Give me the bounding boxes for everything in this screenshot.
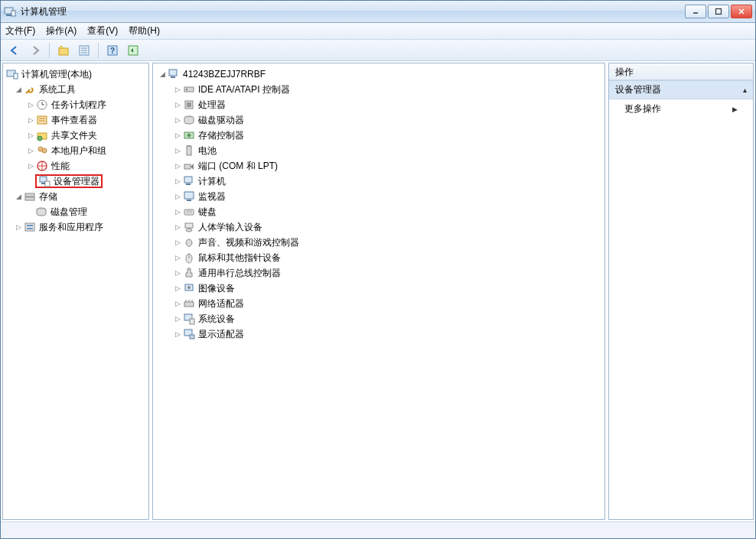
- disk-icon: [35, 206, 47, 218]
- services-icon: [24, 221, 36, 233]
- tree-services-apps[interactable]: ▷ 服务和应用程序: [5, 219, 147, 235]
- device-category[interactable]: ▷系统设备: [155, 311, 603, 326]
- expand-icon[interactable]: ▷: [173, 299, 182, 308]
- tree-root[interactable]: 计算机管理(本地): [5, 67, 147, 82]
- expand-icon[interactable]: ▷: [173, 161, 182, 170]
- svg-rect-66: [184, 302, 194, 307]
- actions-more[interactable]: 更多操作 ▶: [609, 99, 753, 119]
- expand-icon[interactable]: ▷: [173, 314, 182, 323]
- svg-rect-32: [45, 181, 50, 187]
- expand-icon[interactable]: ▷: [173, 177, 182, 186]
- menu-help[interactable]: 帮助(H): [129, 24, 160, 37]
- help-button[interactable]: ?: [103, 42, 122, 59]
- device-category[interactable]: ▷键盘: [155, 204, 603, 219]
- device-category-label: 显示适配器: [198, 328, 244, 341]
- device-category[interactable]: ▷人体学输入设备: [155, 219, 603, 235]
- close-button[interactable]: [731, 5, 752, 18]
- expand-icon[interactable]: ▷: [26, 161, 35, 170]
- tree-local-users[interactable]: ▷ 本地用户和组: [5, 143, 147, 158]
- actions-selected[interactable]: 设备管理器 ▴: [609, 80, 753, 99]
- tree-label: 共享文件夹: [51, 129, 97, 142]
- app-icon: [4, 5, 16, 18]
- svg-rect-38: [27, 228, 33, 229]
- processor-icon: [183, 99, 195, 111]
- window-buttons: [685, 5, 752, 18]
- tree-disk-mgmt[interactable]: 磁盘管理: [5, 204, 147, 219]
- tree-performance[interactable]: ▷ 性能: [5, 158, 147, 174]
- menu-action[interactable]: 操作(A): [46, 24, 77, 37]
- device-category[interactable]: ▷存储控制器: [155, 128, 603, 143]
- device-category[interactable]: ▷处理器: [155, 97, 603, 112]
- expand-icon[interactable]: ▷: [173, 284, 182, 293]
- tree-storage[interactable]: ◢ 存储: [5, 189, 147, 204]
- device-category-label: 通用串行总线控制器: [198, 267, 281, 280]
- expand-icon[interactable]: ▷: [26, 100, 35, 109]
- device-category[interactable]: ▷IDE ATA/ATAPI 控制器: [155, 82, 603, 97]
- device-category[interactable]: ▷声音、视频和游戏控制器: [155, 235, 603, 250]
- storage-icon: [24, 190, 36, 203]
- refresh-button[interactable]: [124, 42, 142, 59]
- actions-header: 操作: [609, 63, 753, 80]
- window: 计算机管理 文件(F) 操作(A) 查看(V) 帮助(H) ? 计算机管理(本地…: [0, 0, 756, 539]
- expand-icon[interactable]: ▷: [173, 100, 182, 109]
- device-category[interactable]: ▷通用串行总线控制器: [155, 265, 603, 281]
- expand-icon[interactable]: ▷: [14, 222, 23, 232]
- expand-icon[interactable]: ▷: [26, 131, 35, 140]
- properties-button[interactable]: [75, 42, 93, 59]
- maximize-button[interactable]: [708, 5, 729, 18]
- back-button[interactable]: [5, 42, 24, 59]
- svg-point-59: [186, 229, 192, 232]
- svg-rect-2: [11, 11, 15, 16]
- device-category[interactable]: ▷显示适配器: [155, 326, 603, 342]
- collapse-icon[interactable]: ◢: [14, 192, 23, 201]
- tree-label: 计算机管理(本地): [21, 68, 92, 81]
- collapse-icon[interactable]: ◢: [14, 85, 23, 94]
- tree-system-tools[interactable]: ◢ 系统工具: [5, 82, 147, 97]
- device-category-label: 磁盘驱动器: [198, 114, 244, 127]
- expand-icon[interactable]: ▷: [173, 207, 182, 216]
- expand-icon[interactable]: ▷: [173, 222, 182, 232]
- forward-button[interactable]: [26, 42, 44, 59]
- collapse-icon[interactable]: ◢: [158, 70, 167, 79]
- storage-controller-icon: [183, 129, 195, 141]
- menu-file[interactable]: 文件(F): [5, 24, 35, 37]
- tree-task-scheduler[interactable]: ▷ 任务计划程序: [5, 97, 147, 112]
- keyboard-icon: [183, 206, 195, 218]
- minimize-button[interactable]: [685, 5, 706, 18]
- svg-rect-53: [184, 192, 194, 199]
- expand-icon[interactable]: ▷: [173, 253, 182, 262]
- expand-icon[interactable]: ▷: [173, 146, 182, 155]
- hid-icon: [183, 221, 195, 233]
- tree-event-viewer[interactable]: ▷ 事件查看器: [5, 112, 147, 128]
- expand-icon[interactable]: ▷: [173, 238, 182, 247]
- device-category-label: 人体学输入设备: [198, 221, 262, 234]
- device-category[interactable]: ▷图像设备: [155, 281, 603, 296]
- device-category[interactable]: ▷磁盘驱动器: [155, 112, 603, 128]
- expand-icon[interactable]: ▷: [173, 268, 182, 278]
- device-tree-root[interactable]: ◢ 41243BZEJJ7RRBF: [155, 67, 603, 82]
- expand-icon[interactable]: ▷: [173, 85, 182, 94]
- device-category[interactable]: ▷监视器: [155, 189, 603, 204]
- computer-mgmt-icon: [6, 68, 18, 80]
- device-category[interactable]: ▷鼠标和其他指针设备: [155, 250, 603, 265]
- expand-icon[interactable]: ▷: [26, 115, 35, 125]
- tree-device-manager[interactable]: 设备管理器: [5, 174, 147, 189]
- expand-icon[interactable]: ▷: [26, 146, 35, 155]
- menu-view[interactable]: 查看(V): [87, 24, 118, 37]
- expand-icon[interactable]: ▷: [173, 131, 182, 140]
- expand-icon[interactable]: ▷: [173, 330, 182, 339]
- device-category-label: 计算机: [198, 175, 226, 188]
- tree-label: 任务计划程序: [51, 99, 106, 112]
- expand-icon[interactable]: ▷: [173, 192, 182, 201]
- svg-rect-1: [6, 15, 11, 16]
- up-button[interactable]: [54, 42, 73, 59]
- svg-rect-31: [41, 183, 45, 184]
- tree-shared-folders[interactable]: ▷ 共享文件夹: [5, 128, 147, 143]
- sound-icon: [183, 236, 195, 248]
- device-category[interactable]: ▷网络适配器: [155, 296, 603, 311]
- device-category[interactable]: ▷电池: [155, 143, 603, 158]
- svg-rect-44: [187, 102, 191, 107]
- device-category[interactable]: ▷端口 (COM 和 LPT): [155, 158, 603, 174]
- device-category[interactable]: ▷计算机: [155, 174, 603, 189]
- expand-icon[interactable]: ▷: [173, 115, 182, 125]
